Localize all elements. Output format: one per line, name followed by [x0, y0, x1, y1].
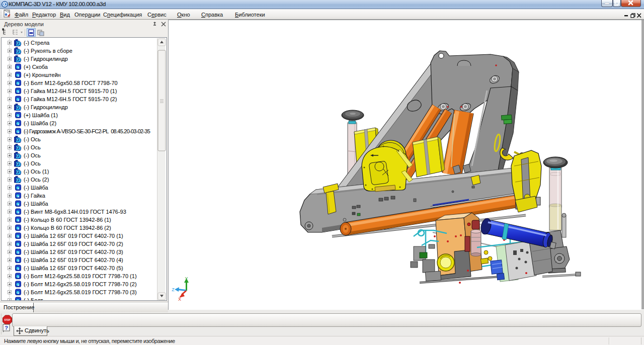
svg-text:Y: Y [185, 276, 188, 281]
svg-text:X: X [178, 297, 181, 302]
svg-text:?: ? [5, 325, 8, 331]
svg-text:Z: Z [172, 287, 175, 292]
svg-text:STOP: STOP [4, 319, 10, 321]
